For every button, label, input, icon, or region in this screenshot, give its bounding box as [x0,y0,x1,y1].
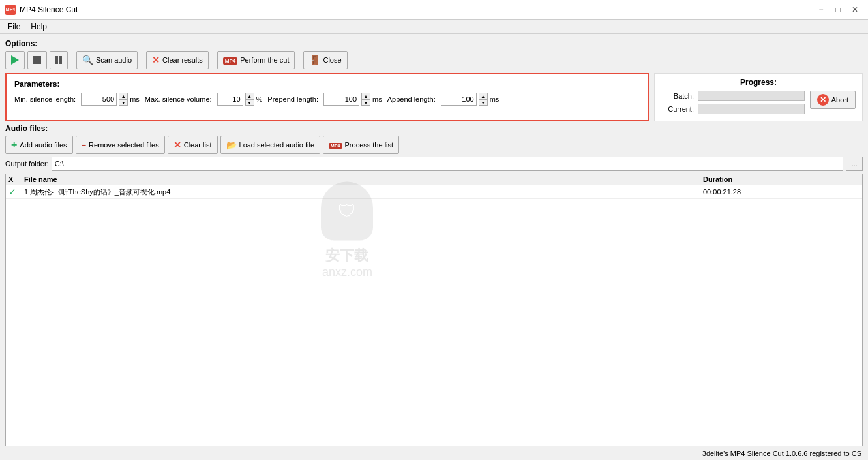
scan-audio-label: Scan audio [96,56,132,64]
menu-help[interactable]: Help [25,21,52,33]
append-down[interactable]: ▼ [479,99,488,106]
min-silence-spinner: ▲ ▼ [119,93,128,106]
toolbar-separator-4 [299,52,299,68]
col-extra [781,176,860,183]
minimize-button[interactable]: − [813,3,829,16]
abort-icon: ✕ [817,94,829,106]
maximize-button[interactable]: □ [830,3,846,16]
append-up[interactable]: ▲ [479,93,488,99]
process-list-button[interactable]: MP4 Process the list [323,136,399,154]
current-progress-bar [698,104,805,114]
app-icon: MP4 [5,5,16,15]
clear-results-button[interactable]: ✕ Clear results [146,51,209,69]
process-icon: MP4 [329,141,342,149]
load-audio-label: Load selected audio file [239,141,315,149]
main-content: Options: 🔍 Scan audio ✕ Clear results MP… [0,34,868,457]
min-silence-down[interactable]: ▼ [119,99,128,106]
output-folder-label: Output folder: [5,160,49,168]
min-silence-group: ▲ ▼ ms [81,93,140,106]
batch-progress-bar [698,91,805,101]
prepend-unit: ms [372,95,382,103]
clear-results-label: Clear results [162,56,203,64]
stop-button[interactable] [27,51,47,69]
remove-selected-button[interactable]: − Remove selected files [76,136,165,154]
play-icon [11,55,19,65]
window-controls: − □ ✕ [813,3,863,16]
max-silence-group: ▲ ▼ % [217,93,263,106]
file-list-container: X File name Duration ✓ 1 周杰伦-《听TheShy的话》… [5,174,863,454]
prepend-spinner: ▲ ▼ [361,93,370,106]
append-unit: ms [490,95,500,103]
max-silence-spinner: ▲ ▼ [245,93,254,106]
clear-list-icon: ✕ [173,140,181,150]
clear-results-icon: ✕ [152,55,160,65]
prepend-down[interactable]: ▼ [361,99,370,106]
output-folder-row: Output folder: ... [5,157,863,171]
progress-fields: Batch: Current: [661,91,805,117]
output-folder-input[interactable] [52,157,843,171]
status-text: 3delite's MP4 Silence Cut 1.0.6.6 regist… [702,450,861,457]
prepend-up[interactable]: ▲ [361,93,370,99]
batch-label: Batch: [661,92,694,100]
title-bar: MP4 MP4 Silence Cut − □ ✕ [0,0,868,20]
progress-title: Progress: [661,78,856,87]
abort-label: Abort [831,96,848,104]
max-silence-input[interactable] [217,93,243,106]
scan-audio-button[interactable]: 🔍 Scan audio [76,51,138,69]
progress-section: Batch: Current: ✕ Abort [661,91,856,117]
close-button-toolbar[interactable]: 🚪 Close [303,51,347,69]
perform-cut-button[interactable]: MP4 Perform the cut [217,51,295,69]
add-audio-button[interactable]: + Add audio files [5,136,73,154]
prepend-input[interactable] [323,93,359,106]
add-icon: + [11,139,17,151]
append-label: Append length: [387,95,436,103]
max-silence-up[interactable]: ▲ [245,93,254,99]
options-toolbar: 🔍 Scan audio ✕ Clear results MP4 Perform… [5,51,863,69]
audio-files-section: Audio files: + Add audio files − Remove … [5,124,863,454]
col-status: X [8,176,24,183]
min-silence-unit: ms [130,95,140,103]
max-silence-down[interactable]: ▼ [245,99,254,106]
clear-list-button[interactable]: ✕ Clear list [168,136,218,154]
pause-icon [55,56,62,64]
max-silence-label: Max. silence volume: [145,95,212,103]
file-list-header: X File name Duration [6,174,862,185]
current-label: Current: [661,105,694,113]
file-duration: 00:00:21.28 [703,188,781,196]
parameters-box: Parameters: Min. silence length: ▲ ▼ ms … [5,73,649,121]
file-name: 1 周杰伦-《听TheShy的话》_音频可视化.mp4 [24,187,703,197]
play-button[interactable] [5,51,25,69]
menu-bar: File Help [0,20,868,34]
append-spinner: ▲ ▼ [479,93,488,106]
col-filename: File name [24,176,703,183]
browse-button[interactable]: ... [846,157,863,171]
perform-cut-icon: MP4 [223,56,237,64]
table-row[interactable]: ✓ 1 周杰伦-《听TheShy的话》_音频可视化.mp4 00:00:21.2… [6,185,862,199]
audio-toolbar: + Add audio files − Remove selected file… [5,136,863,154]
clear-list-label: Clear list [184,141,212,149]
process-list-label: Process the list [345,141,394,149]
scan-icon: 🔍 [82,55,93,65]
top-section: Parameters: Min. silence length: ▲ ▼ ms … [5,73,863,121]
load-icon: 📂 [226,140,237,150]
prepend-group: ▲ ▼ ms [323,93,382,106]
load-audio-button[interactable]: 📂 Load selected audio file [220,136,321,154]
toolbar-separator-1 [72,52,72,68]
remove-label: Remove selected files [89,141,159,149]
stop-icon [33,56,41,64]
append-input[interactable] [441,93,477,106]
menu-file[interactable]: File [3,21,25,33]
min-silence-up[interactable]: ▲ [119,93,128,99]
perform-cut-label: Perform the cut [240,56,289,64]
add-audio-label: Add audio files [20,141,67,149]
close-label: Close [323,56,341,64]
close-icon: 🚪 [309,55,320,65]
app-title: MP4 Silence Cut [20,5,813,14]
min-silence-input[interactable] [81,93,117,106]
pause-button[interactable] [50,51,68,69]
close-button[interactable]: ✕ [847,3,863,16]
toolbar-separator-2 [142,52,142,68]
toolbar-separator-3 [213,52,213,68]
progress-current-row: Current: [661,104,805,114]
abort-button[interactable]: ✕ Abort [810,91,856,109]
